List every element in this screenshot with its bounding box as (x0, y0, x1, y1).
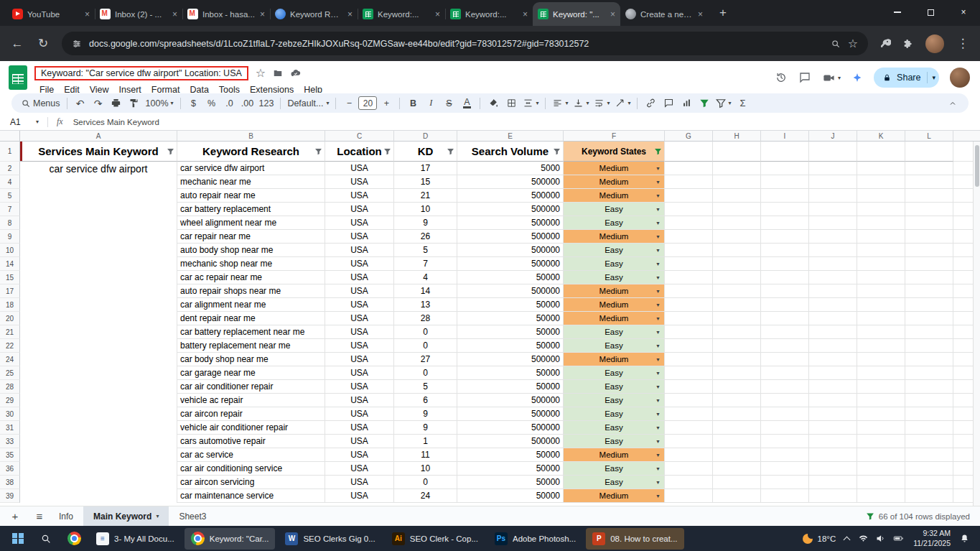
cell-kd[interactable]: 17 (394, 162, 457, 175)
cell-kd[interactable]: 13 (394, 298, 457, 312)
cell-kd[interactable]: 24 (394, 489, 457, 503)
empty-cell[interactable] (809, 142, 857, 162)
row-number[interactable]: 9 (0, 230, 20, 244)
cell-main-keyword[interactable] (20, 244, 177, 257)
cell-location[interactable]: USA (325, 353, 394, 366)
dropdown-arrow-icon[interactable]: ▼ (655, 357, 661, 362)
empty-cell[interactable] (857, 162, 905, 175)
browser-tab[interactable]: Inbox (2) - ...× (95, 2, 182, 26)
start-button[interactable] (6, 528, 30, 550)
empty-cell[interactable] (761, 162, 809, 175)
empty-cell[interactable] (857, 421, 905, 435)
cell-location[interactable]: USA (325, 257, 394, 271)
cell-kd[interactable]: 0 (394, 325, 457, 339)
redo-button[interactable]: ↷ (90, 95, 107, 111)
cell-main-keyword[interactable] (20, 489, 177, 503)
borders-button[interactable] (503, 95, 520, 111)
cell-kd[interactable]: 0 (394, 339, 457, 353)
dropdown-arrow-icon[interactable]: ▼ (655, 384, 661, 389)
name-box[interactable]: A1 (10, 117, 36, 127)
column-header-I[interactable]: I (761, 131, 809, 142)
empty-cell[interactable] (713, 462, 761, 476)
volume-icon[interactable] (875, 533, 886, 544)
cell-kd[interactable]: 0 (394, 366, 457, 380)
increase-font-size-button[interactable]: + (378, 95, 395, 111)
cell-keyword[interactable]: car repair near me (177, 230, 325, 244)
cell-keyword[interactable]: auto body shop near me (177, 244, 325, 257)
cell-main-keyword[interactable] (20, 353, 177, 366)
empty-cell[interactable] (857, 489, 905, 503)
cell-main-keyword[interactable] (20, 325, 177, 339)
tab-close-icon[interactable]: × (435, 9, 440, 19)
cell-kd[interactable]: 10 (394, 462, 457, 476)
weather-widget[interactable]: 18°C (803, 534, 836, 544)
empty-cell[interactable] (905, 394, 953, 407)
cell-kd[interactable]: 27 (394, 353, 457, 366)
more-formats-button[interactable]: 123 (257, 95, 276, 111)
empty-cell[interactable] (905, 257, 953, 271)
empty-cell[interactable] (857, 366, 905, 380)
cell-kd[interactable]: 26 (394, 230, 457, 244)
url-text[interactable]: docs.google.com/spreadsheets/d/1LcoZ1tfl… (89, 39, 823, 49)
meet-camera-icon[interactable]: ▾ (822, 71, 841, 85)
cell-search-volume[interactable]: 500000 (457, 353, 564, 366)
dropdown-arrow-icon[interactable]: ▼ (655, 343, 661, 348)
empty-cell[interactable] (857, 203, 905, 216)
cell-location[interactable]: USA (325, 489, 394, 503)
format-percent-button[interactable]: % (203, 95, 220, 111)
cell-location[interactable]: USA (325, 394, 394, 407)
browser-tab[interactable]: Keyword Res...× (270, 2, 358, 26)
cell-main-keyword[interactable] (20, 284, 177, 298)
browser-tab[interactable]: Create a new...× (620, 2, 708, 26)
cell-location[interactable]: USA (325, 175, 394, 189)
browser-tab[interactable]: YouTube× (7, 2, 95, 26)
cell-keyword-state[interactable]: Easy▼ (564, 325, 665, 339)
strikethrough-button[interactable]: S (440, 95, 457, 111)
cell-keyword[interactable]: wheel alignment near me (177, 216, 325, 230)
battery-icon[interactable] (892, 533, 905, 544)
empty-cell[interactable] (809, 175, 857, 189)
empty-cell[interactable] (713, 175, 761, 189)
cell-kd[interactable]: 1 (394, 435, 457, 448)
empty-cell[interactable] (761, 216, 809, 230)
empty-cell[interactable] (665, 284, 713, 298)
empty-cell[interactable] (713, 366, 761, 380)
empty-cell[interactable] (905, 203, 953, 216)
chrome-pinned-button[interactable] (62, 528, 86, 550)
dropdown-arrow-icon[interactable]: ▼ (655, 221, 661, 226)
browser-profile-avatar[interactable] (925, 34, 944, 53)
dropdown-arrow-icon[interactable]: ▼ (655, 494, 661, 499)
cell-keyword[interactable]: car battery replacement near me (177, 325, 325, 339)
cell-main-keyword[interactable] (20, 189, 177, 203)
close-button[interactable]: × (947, 0, 980, 24)
empty-cell[interactable] (905, 421, 953, 435)
cell-keyword-state[interactable]: Easy▼ (564, 476, 665, 489)
empty-cell[interactable] (713, 298, 761, 312)
empty-cell[interactable] (761, 271, 809, 284)
empty-cell[interactable] (905, 230, 953, 244)
row-number[interactable]: 36 (0, 462, 20, 476)
cell-location[interactable]: USA (325, 230, 394, 244)
empty-cell[interactable] (905, 189, 953, 203)
empty-cell[interactable] (809, 435, 857, 448)
cell-keyword[interactable]: car maintenance service (177, 489, 325, 503)
bold-button[interactable]: B (404, 95, 421, 111)
row-number[interactable]: 7 (0, 203, 20, 216)
cell-search-volume[interactable]: 50000 (457, 271, 564, 284)
empty-cell[interactable] (809, 244, 857, 257)
empty-cell[interactable] (665, 394, 713, 407)
empty-cell[interactable] (857, 257, 905, 271)
column-header-D[interactable]: D (394, 131, 457, 142)
tray-expand-icon[interactable] (844, 536, 851, 543)
cell-main-keyword[interactable] (20, 366, 177, 380)
row-number[interactable]: 10 (0, 244, 20, 257)
empty-cell[interactable] (809, 448, 857, 462)
row-number[interactable]: 28 (0, 380, 20, 394)
empty-cell[interactable] (857, 230, 905, 244)
cell-location[interactable]: USA (325, 162, 394, 175)
column-filter-button[interactable] (553, 147, 561, 155)
font-family-select[interactable]: Default... ▾ (285, 95, 331, 111)
cell-location[interactable]: USA (325, 244, 394, 257)
cell-search-volume[interactable]: 50000 (457, 325, 564, 339)
empty-cell[interactable] (761, 230, 809, 244)
